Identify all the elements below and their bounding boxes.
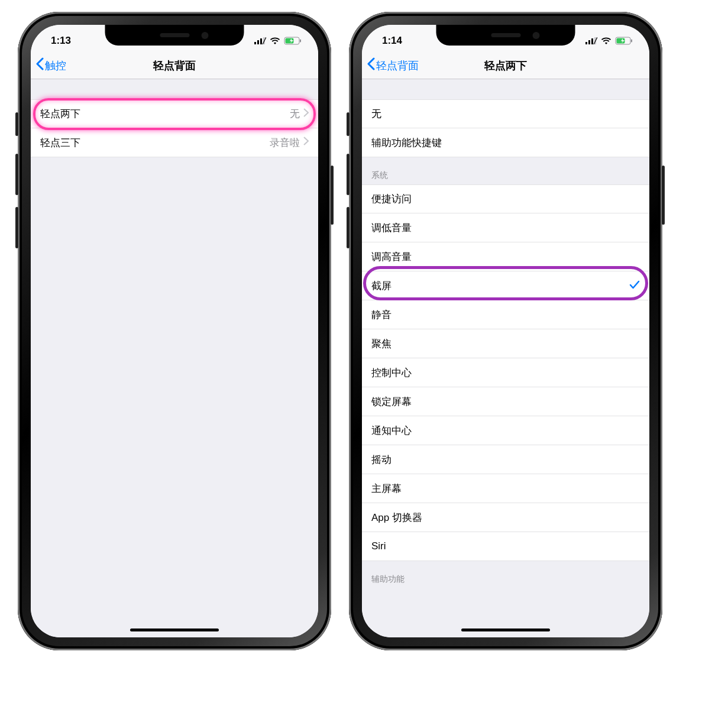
back-tap-group: 轻点两下 无 轻点三下 录音啦: [31, 99, 318, 157]
svg-rect-14: [631, 40, 632, 43]
option-row[interactable]: 主屏幕: [362, 474, 649, 503]
chevron-right-icon: [303, 137, 309, 148]
option-row[interactable]: Siri: [362, 532, 649, 561]
option-label: 锁定屏幕: [371, 395, 640, 409]
battery-icon: [615, 37, 633, 45]
option-row[interactable]: 静音: [362, 300, 649, 329]
side-button-power: [331, 166, 334, 225]
notch: [105, 25, 244, 46]
screen-right: 1:14 轻点背面 轻点两下: [362, 25, 649, 637]
home-indicator[interactable]: [461, 629, 550, 631]
option-label: 调高音量: [371, 250, 640, 264]
nav-back-label: 轻点背面: [376, 59, 419, 73]
option-row[interactable]: 无: [362, 99, 649, 128]
option-row[interactable]: 调高音量: [362, 242, 649, 271]
section-header-system: 系统: [362, 157, 649, 184]
side-button-voldown: [15, 207, 18, 248]
option-label: App 切换器: [371, 511, 640, 524]
status-right: [585, 37, 633, 45]
chevron-left-icon: [35, 57, 44, 73]
option-row[interactable]: 通知中心: [362, 416, 649, 445]
option-label: 主屏幕: [371, 482, 640, 495]
nav-bar: 轻点背面 轻点两下: [362, 52, 649, 79]
svg-rect-8: [585, 42, 587, 44]
phone-left: 1:13 触控 轻点背面: [18, 12, 331, 650]
nav-back-button[interactable]: 触控: [35, 52, 66, 79]
option-row[interactable]: App 切换器: [362, 503, 649, 532]
row-value: 无: [290, 107, 300, 121]
row-label: 轻点三下: [40, 136, 270, 150]
row-label: 轻点两下: [40, 107, 290, 121]
checkmark-icon: [629, 279, 640, 293]
status-time: 1:13: [51, 35, 71, 47]
option-label: 便捷访问: [371, 192, 640, 206]
row-triple-tap[interactable]: 轻点三下 录音啦: [31, 128, 318, 157]
option-label: 聚焦: [371, 337, 640, 351]
basic-group: 无辅助功能快捷键: [362, 99, 649, 157]
option-label: 调低音量: [371, 221, 640, 235]
section-header-aux: 辅助功能: [362, 561, 649, 588]
svg-rect-0: [254, 42, 256, 44]
row-double-tap[interactable]: 轻点两下 无: [31, 99, 318, 128]
status-right: [254, 37, 302, 45]
wifi-icon: [270, 37, 280, 45]
option-row[interactable]: 锁定屏幕: [362, 387, 649, 416]
chevron-right-icon: [303, 108, 309, 120]
side-button-mute: [347, 112, 350, 136]
side-button-power: [662, 166, 665, 225]
option-label: 截屏: [371, 279, 629, 293]
option-label: 控制中心: [371, 366, 640, 380]
option-label: Siri: [371, 540, 640, 552]
wifi-icon: [601, 37, 611, 45]
svg-rect-1: [257, 40, 259, 44]
option-row[interactable]: 截屏: [362, 271, 649, 300]
option-label: 通知中心: [371, 424, 640, 438]
phone-right: 1:14 轻点背面 轻点两下: [349, 12, 662, 650]
notch: [436, 25, 575, 46]
option-row[interactable]: 调低音量: [362, 213, 649, 242]
option-row[interactable]: 控制中心: [362, 358, 649, 387]
content-left: 轻点两下 无 轻点三下 录音啦: [31, 79, 318, 637]
option-row[interactable]: 聚焦: [362, 329, 649, 358]
chevron-left-icon: [367, 57, 375, 73]
nav-title: 轻点背面: [153, 59, 196, 73]
side-button-voldown: [347, 207, 350, 248]
system-group: 便捷访问调低音量调高音量截屏静音聚焦控制中心锁定屏幕通知中心摇动主屏幕App 切…: [362, 184, 649, 561]
svg-rect-2: [260, 38, 262, 44]
side-button-mute: [15, 112, 18, 136]
option-label: 静音: [371, 308, 640, 322]
content-right: 无辅助功能快捷键 系统 便捷访问调低音量调高音量截屏静音聚焦控制中心锁定屏幕通知…: [362, 79, 649, 637]
cellular-icon: [585, 37, 597, 44]
screen-left: 1:13 触控 轻点背面: [31, 25, 318, 637]
home-indicator[interactable]: [130, 629, 219, 631]
nav-title: 轻点两下: [484, 59, 527, 73]
option-row[interactable]: 辅助功能快捷键: [362, 128, 649, 157]
side-button-volup: [347, 154, 350, 195]
svg-rect-9: [588, 40, 590, 44]
svg-rect-10: [591, 38, 593, 44]
option-label: 摇动: [371, 453, 640, 466]
nav-bar: 触控 轻点背面: [31, 52, 318, 79]
nav-back-label: 触控: [45, 59, 66, 73]
option-row[interactable]: 摇动: [362, 445, 649, 474]
option-row[interactable]: 便捷访问: [362, 184, 649, 213]
nav-back-button[interactable]: 轻点背面: [367, 52, 419, 79]
svg-rect-6: [300, 40, 301, 43]
row-value: 录音啦: [270, 136, 300, 150]
side-button-volup: [15, 154, 18, 195]
option-label: 无: [371, 107, 640, 121]
option-label: 辅助功能快捷键: [371, 136, 640, 150]
status-time: 1:14: [382, 35, 402, 47]
cellular-icon: [254, 37, 266, 44]
battery-icon: [284, 37, 302, 45]
